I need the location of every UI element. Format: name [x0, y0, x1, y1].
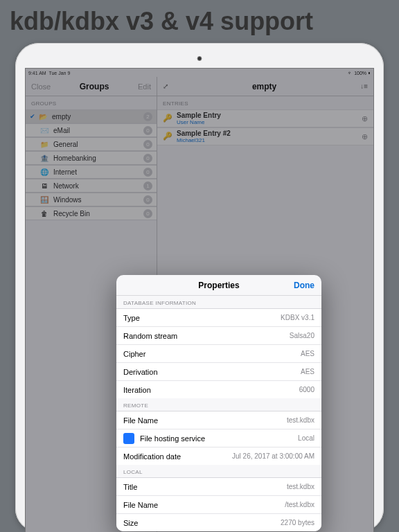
property-value: Salsa20: [290, 332, 314, 339]
property-value: 2270 bytes: [281, 519, 314, 526]
property-row: Iteration6000: [116, 380, 321, 398]
property-value: test.kdbx: [287, 483, 314, 490]
property-key: Modification date: [123, 452, 181, 461]
property-row: File Name/test.kdbx: [116, 495, 321, 513]
property-key: File hosting service: [140, 434, 205, 443]
device-frame: 9:41 AM Tue Jan 9 ᯤ 100% ▮ Close Groups …: [15, 43, 384, 532]
sheet-title: Properties: [144, 281, 294, 290]
done-button[interactable]: Done: [294, 281, 314, 290]
property-key: Cipher: [123, 350, 145, 358]
property-key: File Name: [123, 501, 158, 509]
property-value: /test.kdbx: [285, 501, 314, 508]
property-row: DerivationAES: [116, 362, 321, 380]
property-row: Modification dateJul 26, 2017 at 3:00:00…: [116, 447, 321, 465]
property-key: Title: [123, 483, 137, 491]
property-key: Derivation: [123, 368, 158, 376]
local-header: LOCAL: [116, 465, 321, 477]
remote-header: REMOTE: [116, 398, 321, 411]
property-value: KDBX v3.1: [281, 314, 314, 321]
camera-dot: [197, 56, 202, 61]
remote-rows: File Nametest.kdbxFile hosting serviceLo…: [116, 411, 321, 465]
property-key: Iteration: [123, 386, 151, 394]
service-icon: [123, 433, 134, 444]
property-row: Random streamSalsa20: [116, 326, 321, 344]
property-key: File Name: [123, 416, 158, 425]
property-value: 6000: [299, 386, 314, 393]
property-row: Size2270 bytes: [116, 513, 321, 531]
property-row: CipherAES: [116, 344, 321, 362]
db-info-rows: TypeKDBX v3.1Random streamSalsa20CipherA…: [116, 308, 321, 398]
property-row: TypeKDBX v3.1: [116, 308, 321, 326]
property-value: AES: [301, 350, 314, 357]
property-key: Size: [123, 519, 138, 527]
promo-headline: kdb/kdbx v3 & v4 support: [0, 0, 399, 42]
property-value: Local: [298, 434, 314, 442]
property-key: Type: [123, 314, 140, 322]
property-row: File hosting serviceLocal: [116, 429, 321, 447]
property-row: File Nametest.kdbx: [116, 411, 321, 429]
property-value: Jul 26, 2017 at 3:00:00 AM: [232, 452, 314, 460]
properties-sheet: Properties Done DATABASE INFORMATION Typ…: [116, 275, 321, 531]
sheet-header: Properties Done: [116, 275, 321, 296]
local-rows: Titletest.kdbxFile Name/test.kdbxSize227…: [116, 477, 321, 531]
property-value: AES: [301, 368, 314, 375]
property-row: Titletest.kdbx: [116, 477, 321, 495]
db-info-header: DATABASE INFORMATION: [116, 296, 321, 308]
property-value: test.kdbx: [287, 416, 314, 424]
property-key: Random stream: [123, 332, 177, 340]
